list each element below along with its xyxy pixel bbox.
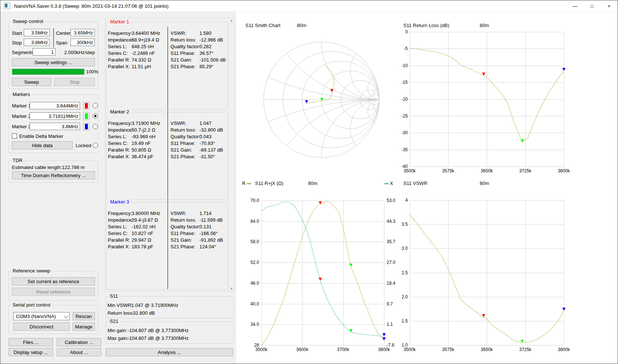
about-button[interactable]: About ... [57, 348, 101, 356]
window-title: NanoVNA Saver 0.3.8 (Sweep: 80m 2021-03-… [14, 3, 168, 9]
s11-min-vswr-label: Min VSWR: [108, 302, 132, 308]
close-button[interactable]: × [601, 0, 618, 11]
marker-field-value: 3.64400 MHz [132, 30, 160, 36]
serial-port-control-title: Serial port control [11, 302, 52, 308]
hide-data-button[interactable]: Hide data [12, 141, 73, 149]
sweep-progress-bar [12, 69, 85, 75]
marker2-label: Marker 2 [12, 113, 31, 119]
s21-summary-title: S21 [109, 319, 119, 324]
vswr-chart[interactable] [401, 178, 581, 356]
marker-field-value: 124.04° [199, 244, 216, 249]
marker-details-scroll-area: Marker 1Frequency:3.64400 MHzImpedance:6… [105, 17, 235, 292]
marker-field-label: S21 Phase: [171, 154, 195, 159]
display-setup-button[interactable]: Display setup ... [9, 348, 53, 356]
step-size-text: 2.000kHz/step [61, 50, 95, 55]
marker-field-label: Quality factor: [171, 44, 200, 49]
reference-sweep-group: Reference sweep Set current as reference… [9, 271, 98, 301]
marker-field-label: Impedance: [108, 37, 133, 43]
marker-field-value: 36.474 pF [132, 154, 153, 159]
stop-button[interactable]: Stop [54, 78, 95, 86]
marker-detail-title: Marker 1 [109, 19, 130, 24]
s21-min-gain-label: Min gain: [108, 328, 127, 333]
marker1-select-radio[interactable] [93, 103, 98, 108]
sweep-button[interactable]: Sweep [12, 78, 51, 86]
locked-label: Locked [76, 143, 91, 148]
marker2-color-swatch[interactable] [83, 112, 89, 120]
marker-field-value: 0.282 [199, 44, 212, 49]
marker2-select-radio[interactable] [93, 113, 98, 119]
return-loss-chart[interactable] [401, 17, 581, 177]
stop-frequency-input[interactable] [24, 39, 50, 46]
marker1-color-swatch[interactable] [83, 102, 89, 110]
marker3-select-radio[interactable] [93, 124, 98, 129]
marker-field-value: -162.02 nH [132, 224, 155, 229]
set-current-as-reference-button[interactable]: Set current as reference [12, 277, 95, 285]
chevron-down-icon [64, 313, 69, 318]
stop-label: Stop [12, 40, 22, 46]
analysis-button[interactable]: Analysis ... [106, 348, 233, 356]
manage-button[interactable]: Manage [73, 322, 95, 331]
marker-field-value: 1.047 [199, 120, 212, 126]
sweep-settings-button[interactable]: Sweep settings ... [12, 58, 95, 66]
r-jx-chart-title: S11 R+jX (Ω) [255, 181, 283, 186]
marker-field-value: -32.800 dB [199, 127, 223, 133]
marker-detail-title: Marker 3 [109, 199, 130, 205]
scroll-up-icon[interactable]: ∧ [229, 18, 234, 24]
smith-chart[interactable] [239, 17, 388, 177]
marker-field-label: S11 Phase: [171, 140, 195, 146]
maximize-button[interactable]: □ [584, 0, 601, 11]
rescan-button[interactable]: Rescan [73, 312, 95, 320]
marker-details-scrollbar[interactable]: ∧ ∨ [228, 18, 234, 291]
marker-field-label: Parallel X: [108, 64, 130, 69]
marker-field-value: 19.49 nF [132, 140, 151, 146]
serial-port-select[interactable]: COM3 (NanoVNA) [13, 312, 70, 320]
marker2-frequency-input[interactable] [30, 112, 80, 120]
marker-field-value: 74.332 Ω [132, 57, 151, 63]
locked-radio[interactable] [93, 143, 98, 148]
s21-min-gain-value: -104.607 dB @ 3.77300MHz [128, 328, 189, 333]
s11-summary-title: S11 [109, 294, 119, 299]
return-loss-chart-title: S11 Return Loss (dB) [403, 23, 449, 28]
marker-field-label: Parallel R: [108, 57, 130, 63]
minimize-button[interactable]: — [566, 0, 584, 11]
sweep-column-divider [53, 28, 54, 47]
reset-reference-button[interactable]: Reset reference [12, 288, 95, 296]
s11-return-loss-label: Return loss: [108, 310, 133, 316]
start-frequency-input[interactable] [24, 29, 50, 36]
marker3-color-swatch[interactable] [83, 123, 89, 130]
center-frequency-input[interactable] [70, 29, 95, 36]
marker-field-value: -2.2489 nF [132, 50, 155, 56]
marker-field-value: 29.947 Ω [132, 237, 151, 243]
marker-field-label: Parallel R: [108, 237, 130, 243]
marker-field-label: Parallel R: [108, 147, 130, 153]
r-legend-swatch [247, 183, 251, 184]
marker-field-label: S21 Phase: [171, 244, 195, 249]
segments-input[interactable] [33, 48, 56, 56]
marker-field-label: Parallel X: [108, 244, 130, 249]
marker-field-value: -166.56° [199, 231, 218, 236]
marker-field-value: 11.51 μH [132, 64, 151, 69]
marker1-frequency-input[interactable] [30, 102, 80, 109]
time-domain-reflectometry-button[interactable]: Time Domain Reflectometry ... [12, 171, 95, 179]
marker-field-label: Frequency: [108, 211, 132, 216]
scroll-down-icon[interactable]: ∨ [229, 285, 234, 291]
enable-delta-marker-label: Enable Delta Marker [19, 133, 63, 139]
span-input[interactable] [70, 39, 95, 46]
vswr-band-label: 80m [480, 181, 489, 186]
markers-group: Markers Marker 1 Marker 2 Marker 3 Enabl… [9, 95, 98, 153]
marker-field-label: S21 Gain: [171, 57, 192, 63]
marker-field-value: -12.966 dB [199, 37, 223, 43]
files-button[interactable]: Files ... [9, 338, 53, 346]
smith-chart-title: S11 Smith Chart [245, 23, 280, 28]
disconnect-button[interactable]: Disconnect [13, 322, 70, 331]
enable-delta-marker-checkbox[interactable] [12, 133, 17, 139]
marker3-frequency-input[interactable] [30, 123, 80, 130]
segments-label: Segments [12, 50, 34, 55]
marker-field-label: S21 Phase: [171, 64, 195, 69]
marker-field-value: -101.508 dB [199, 57, 226, 63]
calibration-button[interactable]: Calibration ... [57, 338, 101, 346]
marker-field-value: 0.131 [199, 224, 212, 229]
serial-port-value: COM3 (NanoVNA) [16, 314, 56, 319]
r-jx-chart[interactable] [239, 178, 399, 356]
marker-field-label: Series L: [108, 224, 127, 229]
